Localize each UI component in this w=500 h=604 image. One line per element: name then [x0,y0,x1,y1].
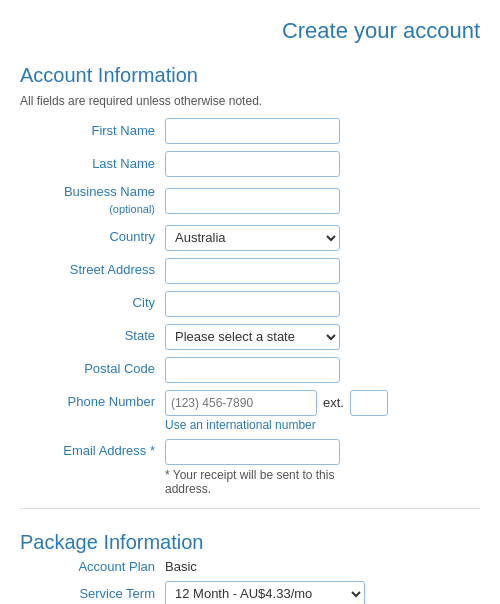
email-address-input[interactable] [165,439,340,465]
state-label: State [20,328,165,345]
section-divider [20,508,480,509]
city-label: City [20,295,165,312]
phone-fields-group: ext. Use an international number [165,390,388,432]
state-select[interactable]: Please select a state New South Wales Vi… [165,324,340,350]
phone-input[interactable] [165,390,317,416]
package-section-title: Package Information [0,521,500,559]
business-name-input[interactable] [165,188,340,214]
street-address-input[interactable] [165,258,340,284]
phone-input-row: ext. [165,390,388,416]
service-term-row: Service Term 12 Month - AU$4.33/mo 6 Mon… [20,581,480,604]
business-name-row: Business Name (optional) [20,184,480,218]
postal-code-input[interactable] [165,357,340,383]
account-section-title: Account Information [0,54,500,92]
postal-code-row: Postal Code [20,357,480,383]
street-address-label: Street Address [20,262,165,279]
street-address-row: Street Address [20,258,480,284]
service-term-select[interactable]: 12 Month - AU$4.33/mo 6 Month - AU$5.00/… [165,581,365,604]
email-address-label: Email Address * [20,439,165,458]
email-fields-group: * Your receipt will be sent to this addr… [165,439,340,496]
service-term-label: Service Term [20,586,165,601]
state-row: State Please select a state New South Wa… [20,324,480,350]
phone-number-label: Phone Number [20,390,165,409]
phone-number-row: Phone Number ext. Use an international n… [20,390,480,432]
country-label: Country [20,229,165,246]
first-name-label: First Name [20,123,165,140]
account-plan-row: Account Plan Basic [20,559,480,574]
ext-input[interactable] [350,390,388,416]
first-name-input[interactable] [165,118,340,144]
postal-code-label: Postal Code [20,361,165,378]
account-plan-label: Account Plan [20,559,165,574]
country-row: Country Australia United States United K… [20,225,480,251]
country-select[interactable]: Australia United States United Kingdom C… [165,225,340,251]
city-input[interactable] [165,291,340,317]
last-name-label: Last Name [20,156,165,173]
last-name-row: Last Name [20,151,480,177]
page-title: Create your account [0,0,500,54]
optional-text: (optional) [109,203,155,215]
city-row: City [20,291,480,317]
first-name-row: First Name [20,118,480,144]
business-name-label: Business Name (optional) [20,184,165,218]
email-address-row: Email Address * * Your receipt will be s… [20,439,480,496]
account-plan-value: Basic [165,559,197,574]
required-note: All fields are required unless otherwise… [0,92,500,118]
email-note: * Your receipt will be sent to this addr… [165,468,340,496]
ext-label: ext. [323,395,344,410]
international-number-link[interactable]: Use an international number [165,418,388,432]
last-name-input[interactable] [165,151,340,177]
